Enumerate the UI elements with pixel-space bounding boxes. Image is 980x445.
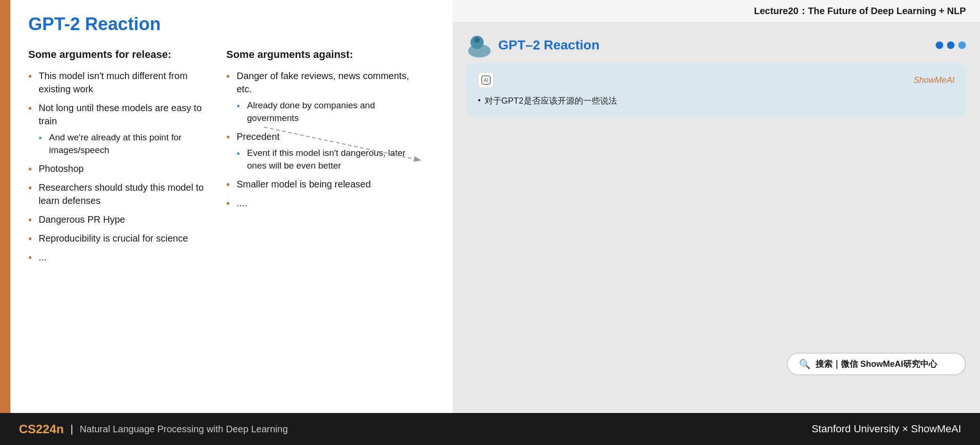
thumb-title-row: GPT–2 Reaction — [467, 32, 600, 58]
thumbnail-header: GPT–2 Reaction — [467, 32, 966, 58]
list-item: Event if this model isn't dangerous, lat… — [237, 147, 410, 172]
course-code: CS224n — [19, 422, 64, 437]
search-icon: 🔍 — [799, 358, 811, 370]
right-column: Some arguments against: Danger of fake r… — [226, 49, 410, 269]
right-panel: Lecture20：The Future of Deep Learning + … — [453, 0, 980, 413]
note-bullet: • 对于GPT2是否应该开源的一些说法 — [478, 95, 955, 107]
list-item: Dangerous PR Hype — [28, 213, 212, 226]
dot-3 — [958, 41, 966, 49]
search-bar[interactable]: 🔍 搜索｜微信 ShowMeAI研究中心 — [787, 353, 966, 375]
note-card: AI ShowMeAI • 对于GPT2是否应该开源的一些说法 — [467, 63, 966, 117]
dot-2 — [947, 41, 955, 49]
sub-list: Event if this model isn't dangerous, lat… — [237, 147, 410, 172]
left-column: Some arguments for release: This model i… — [28, 49, 212, 269]
list-item: Smaller model is being released — [226, 178, 410, 191]
list-item: Reproducibility is crucial for science — [28, 232, 212, 245]
right-bullet-list: Danger of fake reviews, news comments, e… — [226, 69, 410, 210]
note-text: 对于GPT2是否应该开源的一些说法 — [485, 95, 617, 107]
main-container: GPT-2 Reaction Some arguments for releas… — [0, 0, 980, 445]
svg-text:AI: AI — [484, 78, 488, 83]
slide-left-bar — [0, 0, 10, 445]
list-item: ... — [28, 251, 212, 264]
list-item: Researchers should study this model to l… — [28, 181, 212, 207]
slide-title: GPT-2 Reaction — [28, 14, 434, 34]
ai-badge: AI — [478, 72, 494, 88]
sub-list: And we're already at this point for imag… — [39, 131, 212, 156]
bottom-left: CS224n | Natural Language Processing wit… — [19, 422, 288, 437]
list-item: .... — [226, 196, 410, 210]
svg-point-3 — [474, 37, 480, 43]
bottom-bar: CS224n | Natural Language Processing wit… — [0, 413, 980, 445]
bottom-right-text: Stanford University × ShowMeAI — [812, 423, 961, 435]
top-bar: Lecture20：The Future of Deep Learning + … — [453, 0, 980, 23]
list-item: Already done by companies and government… — [237, 99, 410, 124]
columns-wrapper: Some arguments for release: This model i… — [28, 49, 434, 269]
left-col-header: Some arguments for release: — [28, 49, 212, 61]
thumbnail-area: GPT–2 Reaction AI Show — [453, 23, 980, 131]
right-col-header: Some arguments against: — [226, 49, 410, 61]
search-text: 搜索｜微信 ShowMeAI研究中心 — [815, 358, 937, 370]
list-item: Danger of fake reviews, news comments, e… — [226, 69, 410, 124]
bottom-right: Stanford University × ShowMeAI — [812, 423, 961, 435]
slide-icon — [467, 32, 493, 58]
left-bullet-list: This model isn't much different from exi… — [28, 69, 212, 264]
separator: | — [70, 423, 73, 435]
note-bullet-dot: • — [478, 96, 481, 105]
dot-1 — [936, 41, 943, 49]
list-item: Photoshop — [28, 162, 212, 175]
note-card-header: AI ShowMeAI — [478, 72, 955, 88]
thumbnail-title: GPT–2 Reaction — [498, 38, 600, 53]
sub-list: Already done by companies and government… — [237, 99, 410, 124]
slide-area: GPT-2 Reaction Some arguments for releas… — [0, 0, 453, 445]
course-description: Natural Language Processing with Deep Le… — [80, 424, 288, 435]
list-item: And we're already at this point for imag… — [39, 131, 212, 156]
list-item: Not long until these models are easy to … — [28, 101, 212, 156]
dots-row — [936, 41, 966, 49]
brand-label: ShowMeAI — [914, 75, 955, 85]
list-item: This model isn't much different from exi… — [28, 69, 212, 96]
list-item: Precedent Event if this model isn't dang… — [226, 130, 410, 172]
top-bar-title: Lecture20：The Future of Deep Learning + … — [754, 6, 966, 16]
slide-content: GPT-2 Reaction Some arguments for releas… — [19, 0, 453, 283]
